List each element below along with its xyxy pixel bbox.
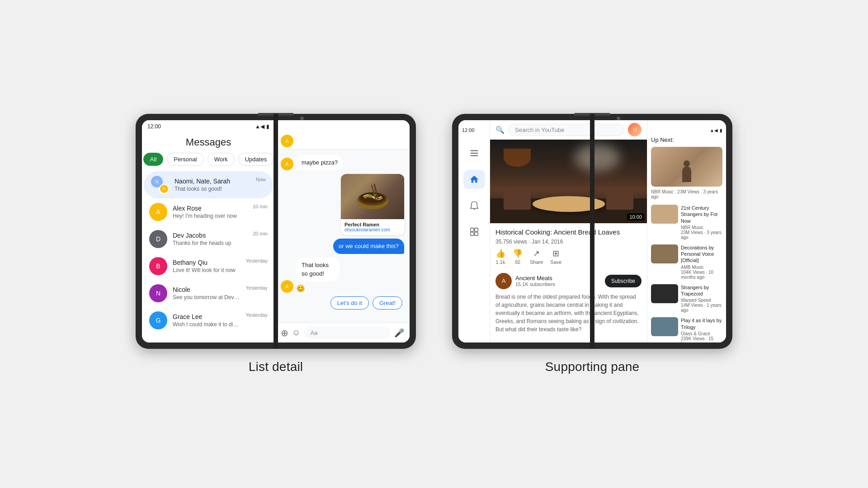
up-next-panel: ▲◀ ▮ Up Next: NBR Music . 23M Views . 3 … (647, 120, 726, 343)
conv-content-dev: Dev Jacobs Thanks for the heads up (173, 232, 247, 246)
bowl-svg (354, 181, 391, 212)
yt-user-avatar[interactable]: U (628, 123, 642, 136)
messages-header: Messages All Personal Work Updates (142, 133, 275, 171)
device1-section: 12:00 ▲◀ ▮ Messages All Personal Work Up… (136, 114, 416, 374)
conv-content-naomi: Naomi, Nate, Sarah That looks so good! (175, 178, 250, 192)
next-item-0[interactable]: 21st Century Strangers by For Now NBR Mu… (651, 205, 722, 240)
conv-content-grace: Grace Lee Wish I could make it to dinner… (173, 313, 240, 328)
conv-preview-nicole: See you tomorrow at Dev's show? (173, 294, 240, 300)
emoji-icon[interactable]: ☺ (292, 328, 300, 338)
subscribe-button[interactable]: Subscribe (605, 275, 642, 287)
foldable-device2: 12:00 (452, 114, 732, 349)
conv-naomi[interactable]: N N Naomi, Nate, Sarah That looks so goo… (144, 171, 273, 198)
food-image (341, 174, 404, 219)
channel-subs: 15.1K subscribers (515, 282, 601, 287)
chat-messages: A maybe pizza? (275, 150, 410, 323)
tab-work[interactable]: Work (208, 153, 235, 166)
next-item-title-3: Play it as it lays by Trilogy (681, 317, 722, 330)
nav-library[interactable] (463, 222, 485, 241)
conv-content-bethany: Bethany Qiu Love it! Will look for it no… (173, 259, 240, 273)
status-bar-right (275, 120, 410, 133)
yt-left-nav: 12:00 (458, 120, 490, 343)
message-input[interactable]: Aa (304, 327, 391, 339)
conv-preview-bethany: Love it! Will look for it now (173, 267, 240, 273)
label-list-detail: List detail (249, 360, 303, 374)
conversation-list: N N Naomi, Nate, Sarah That looks so goo… (142, 171, 275, 343)
next-item-2[interactable]: Strangers by Trapezoid Warped Speed 14M … (651, 284, 722, 313)
save-icon: ⊞ (552, 249, 559, 258)
next-item-meta-3: Glass & Grace 239K Views · 15 hours ago (681, 331, 722, 343)
next-item-3[interactable]: Play it as it lays by Trilogy Glass & Gr… (651, 317, 722, 343)
next-item-info-0: 21st Century Strangers by For Now NBR Mu… (681, 205, 722, 240)
yt-search-bar: 🔍 Search in YouTube U (490, 120, 647, 140)
messages-title: Messages (149, 136, 268, 148)
yt-search-input[interactable]: Search in YouTube (508, 124, 624, 136)
msg-looks-good: That looks so good! (296, 258, 340, 281)
conv-grace[interactable]: G Grace Lee Wish I could make it to dinn… (142, 307, 275, 334)
yt-actions: 👍 1.1k 👎 92 ↗ Share ⊞ (495, 249, 642, 265)
nav-home[interactable] (463, 170, 485, 189)
conv-bethany[interactable]: B Bethany Qiu Love it! Will look for it … (142, 253, 275, 280)
svg-rect-10 (470, 228, 473, 231)
flour-cloud (575, 144, 620, 171)
conv-time-bethany: Yesterday (245, 258, 268, 263)
next-item-meta-1: AMB Music 104K Views · 10 months ago (681, 265, 722, 280)
nav-subscriptions[interactable] (463, 196, 485, 215)
nav-hamburger[interactable] (463, 144, 485, 163)
signal-icon: ▲◀ (255, 123, 264, 130)
next-item-1[interactable]: Decorations by Personal Voice [Official]… (651, 244, 722, 280)
mic-icon[interactable]: 🎤 (394, 328, 404, 338)
filter-tabs: All Personal Work Updates (149, 153, 268, 166)
up-next-title: Up Next: (651, 136, 722, 143)
conv-time-grace: Yesterday (245, 312, 268, 318)
device2-section: 12:00 (452, 114, 732, 374)
next-item-meta-0: NBR Music 23M Views · 3 years ago (681, 225, 722, 240)
battery-icon: ▮ (266, 123, 269, 130)
yt-status-bar: 12:00 (458, 124, 490, 136)
conv-alexrose[interactable]: A Alex Rose Hey! I'm heading over now 10… (142, 198, 275, 225)
share-button[interactable]: ↗ Share (530, 249, 543, 265)
save-button[interactable]: ⊞ Save (550, 249, 561, 265)
food-title: Perfect Ramen (344, 222, 401, 227)
hand-left (504, 187, 531, 210)
quick-reply-letsdo[interactable]: Let's do it (330, 296, 369, 310)
conv-name-nicole: Nicole (173, 286, 240, 293)
msg-make-this: or we could make this? (333, 239, 404, 254)
quick-reply-great[interactable]: Great! (373, 296, 402, 310)
save-label: Save (550, 259, 561, 265)
conv-nicole[interactable]: N Nicole See you tomorrow at Dev's show?… (142, 280, 275, 307)
svg-point-2 (360, 192, 385, 203)
yt-video-title: Historical Cooking: Ancient Bread Loaves (495, 228, 642, 237)
chat-panel: A A maybe pizza? (275, 120, 410, 343)
share-label: Share (530, 259, 543, 265)
like-button[interactable]: 👍 1.1k (495, 249, 505, 265)
conv-content-alexrose: Alex Rose Hey! I'm heading over now (173, 205, 247, 219)
food-card[interactable]: Perfect Ramen ohyouknowramen.com (341, 174, 404, 235)
channel-avatar: A (495, 273, 512, 289)
tab-all[interactable]: All (143, 153, 163, 166)
msg-avatar-1: A (281, 158, 293, 170)
messages-left-panel: 12:00 ▲◀ ▮ Messages All Personal Work Up… (142, 120, 275, 343)
tab-updates[interactable]: Updates (238, 153, 274, 166)
add-icon[interactable]: ⊕ (281, 328, 288, 338)
next-thumb-featured[interactable] (651, 147, 722, 187)
svg-rect-11 (474, 228, 477, 231)
video-duration: 10:00 (627, 213, 644, 221)
dislike-button[interactable]: 👎 92 (513, 249, 523, 265)
camera-dot2 (617, 117, 620, 120)
time-left: 12:00 (147, 123, 161, 130)
conv-dev[interactable]: D Dev Jacobs Thanks for the heads up 20 … (142, 225, 275, 253)
yt-video-area: 10:00 (490, 140, 647, 223)
silhouette-head (684, 160, 690, 167)
next-featured-meta: NBR Music . 23M Views . 3 years ago (651, 189, 722, 199)
yt-main-content: 🔍 Search in YouTube U (490, 120, 647, 343)
background-bowl (504, 149, 531, 167)
avatar-nicole: N (149, 284, 167, 302)
svg-rect-12 (470, 232, 473, 235)
next-item-info-3: Play it as it lays by Trilogy Glass & Gr… (681, 317, 722, 343)
conv-content-nicole: Nicole See you tomorrow at Dev's show? (173, 286, 240, 300)
tab-personal[interactable]: Personal (167, 153, 203, 166)
upnext-status-icons: ▲◀ ▮ (710, 128, 722, 133)
next-thumb-3 (651, 317, 678, 336)
yt-description: Bread is one of the oldest prepared food… (490, 293, 647, 333)
